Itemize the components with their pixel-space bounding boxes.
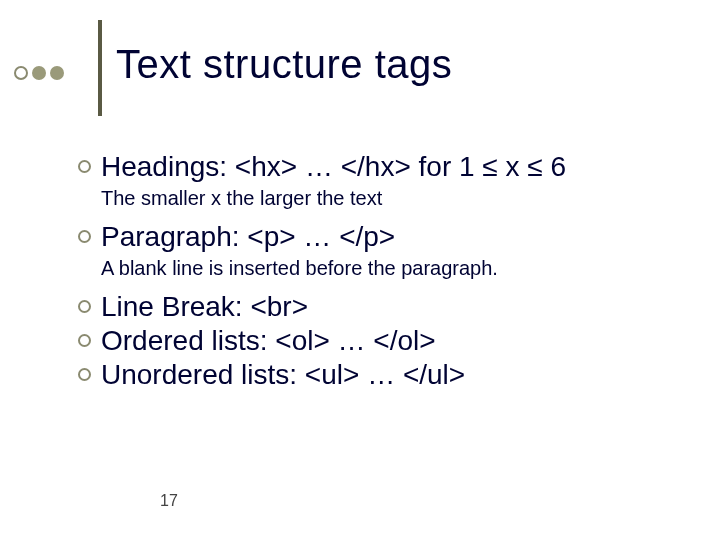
page-number: 17 <box>160 492 178 510</box>
dot-icon <box>32 66 46 80</box>
list-item: Line Break: <br> <box>78 290 690 324</box>
item-text: Headings: <hx> … </hx> for 1 ≤ x ≤ 6 <box>101 150 566 184</box>
bullet-icon <box>78 300 91 313</box>
bullet-icon <box>78 160 91 173</box>
slide: Text structure tags Headings: <hx> … </h… <box>0 0 720 540</box>
bullet-icon <box>78 368 91 381</box>
bullet-icon <box>78 334 91 347</box>
decor-dots <box>14 66 64 80</box>
slide-body: Headings: <hx> … </hx> for 1 ≤ x ≤ 6 The… <box>78 150 690 392</box>
item-text: Ordered lists: <ol> … </ol> <box>101 324 436 358</box>
item-text: Unordered lists: <ul> … </ul> <box>101 358 465 392</box>
item-text: Paragraph: <p> … </p> <box>101 220 395 254</box>
list-item: Unordered lists: <ul> … </ul> <box>78 358 690 392</box>
slide-title: Text structure tags <box>116 42 452 86</box>
list-item: Ordered lists: <ol> … </ol> <box>78 324 690 358</box>
dot-icon <box>14 66 28 80</box>
dot-icon <box>50 66 64 80</box>
item-text: Line Break: <br> <box>101 290 308 324</box>
item-subtext: The smaller x the larger the text <box>101 184 690 212</box>
list-item: Paragraph: <p> … </p> <box>78 220 690 254</box>
divider-line <box>98 20 102 116</box>
item-subtext: A blank line is inserted before the para… <box>101 254 690 282</box>
bullet-icon <box>78 230 91 243</box>
list-item: Headings: <hx> … </hx> for 1 ≤ x ≤ 6 <box>78 150 690 184</box>
